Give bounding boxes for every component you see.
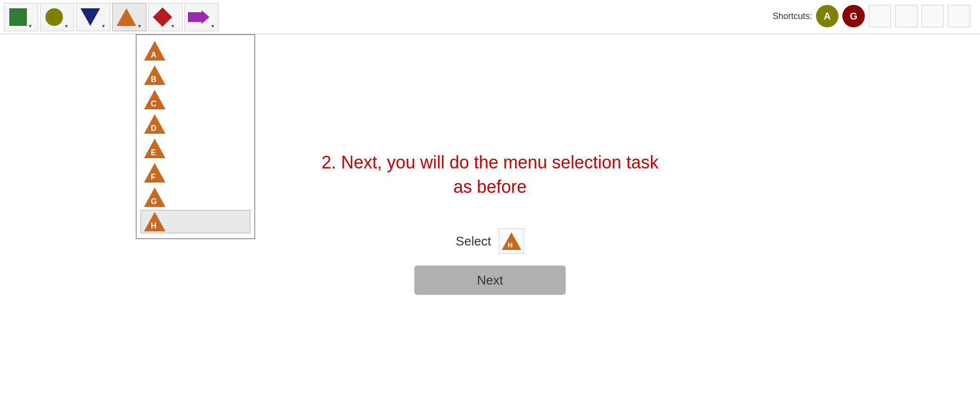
olive-circle-icon xyxy=(45,8,63,26)
menu-triangle-a: A xyxy=(144,41,165,61)
orange-triangle-icon xyxy=(117,8,136,26)
red-diamond-icon xyxy=(153,7,172,27)
menu-triangle-b: B xyxy=(144,65,165,85)
dropdown-arrow-orange-triangle: ▼ xyxy=(137,23,142,29)
dropdown-arrow-purple-arrow: ▼ xyxy=(210,23,215,29)
menu-item-h[interactable]: H xyxy=(141,210,250,233)
target-triangle-icon: H xyxy=(502,232,521,250)
dropdown-arrow-green-square: ▼ xyxy=(28,23,33,29)
menu-item-f[interactable]: F xyxy=(141,161,250,185)
select-label: Select xyxy=(456,234,491,249)
dropdown-arrow-red-diamond: ▼ xyxy=(170,23,175,29)
dropdown-menu: A B C D E F G H xyxy=(136,34,255,239)
menu-triangle-label-f: F xyxy=(151,173,156,182)
menu-triangle-label-h: H xyxy=(151,222,157,230)
menu-triangle-g: G xyxy=(144,187,165,207)
purple-arrow-icon xyxy=(188,10,209,24)
menu-triangle-label-b: B xyxy=(151,75,157,84)
toolbar-orange-triangle-btn[interactable]: ▼ xyxy=(112,3,146,31)
toolbar-blue-triangle-btn[interactable]: ▼ xyxy=(76,3,110,31)
menu-item-b[interactable]: B xyxy=(141,63,250,87)
select-area: Select H xyxy=(456,228,524,254)
dropdown-arrow-olive-circle: ▼ xyxy=(64,23,69,29)
menu-triangle-f: F xyxy=(144,163,165,183)
menu-triangle-e: E xyxy=(144,139,165,158)
menu-item-c[interactable]: C xyxy=(141,88,250,111)
dropdown-arrow-blue-triangle: ▼ xyxy=(101,23,106,29)
toolbar-red-diamond-btn[interactable]: ▼ xyxy=(148,3,183,31)
menu-triangle-c: C xyxy=(144,90,165,109)
toolbar-green-square-btn[interactable]: ▼ xyxy=(4,3,38,31)
menu-triangle-label-c: C xyxy=(151,100,157,108)
target-shape-box: H xyxy=(499,228,524,254)
green-square-icon xyxy=(9,8,27,26)
menu-triangle-label-e: E xyxy=(151,148,156,157)
menu-item-d[interactable]: D xyxy=(141,112,250,136)
menu-triangle-h: H xyxy=(144,212,165,231)
toolbar-purple-arrow-btn[interactable]: ▼ xyxy=(184,3,219,31)
menu-triangle-label-g: G xyxy=(151,197,157,206)
menu-triangle-d: D xyxy=(144,114,165,134)
toolbar-olive-circle-btn[interactable]: ▼ xyxy=(40,3,74,31)
instruction-text: 2. Next, you will do the menu selection … xyxy=(319,150,661,200)
toolbar: ▼ ▼ ▼ ▼ ▼ ▼ xyxy=(0,0,980,34)
menu-item-a[interactable]: A xyxy=(141,39,250,62)
menu-item-g[interactable]: G xyxy=(141,185,250,209)
blue-triangle-icon xyxy=(81,8,100,26)
menu-triangle-label-a: A xyxy=(151,51,157,60)
menu-item-e[interactable]: E xyxy=(141,137,250,160)
target-triangle-letter: H xyxy=(508,241,512,249)
menu-triangle-label-d: D xyxy=(151,124,157,133)
next-button[interactable]: Next xyxy=(414,266,566,295)
